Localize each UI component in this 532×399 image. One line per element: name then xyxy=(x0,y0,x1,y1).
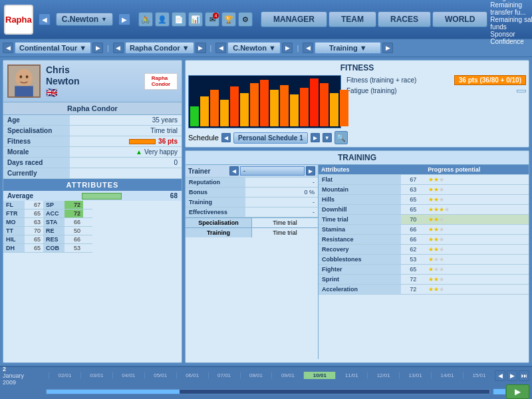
attr-val: 70 xyxy=(25,227,43,235)
age-label: Age xyxy=(3,115,70,126)
date-tick[interactable]: 12/01 xyxy=(367,372,399,379)
section-prev[interactable]: ◀ xyxy=(303,43,313,53)
tour-selector: ◀ Continental Tour ▼ ▶ xyxy=(3,42,103,54)
cyclist-icon[interactable]: 🚴 xyxy=(138,12,153,27)
date-tick[interactable]: 14/01 xyxy=(431,372,463,379)
tour-prev[interactable]: ◀ xyxy=(3,43,13,53)
attr-name: Cobblestones xyxy=(319,255,401,265)
attr-stars: ★★★ xyxy=(425,265,529,275)
tab-team[interactable]: TEAM xyxy=(329,11,376,27)
trainer-next[interactable]: ▶ xyxy=(306,166,315,176)
date-tick[interactable]: 13/01 xyxy=(399,372,431,379)
attr-val: 63 xyxy=(401,185,425,195)
schedule-prev[interactable]: ◀ xyxy=(221,133,231,142)
avg-bar xyxy=(82,193,122,200)
trainer-selector[interactable]: - xyxy=(240,166,305,176)
attr-stars: ★★★ xyxy=(425,215,529,225)
attr-code: ACC xyxy=(43,209,65,217)
player-avatar xyxy=(7,65,41,98)
attr-val: 65 xyxy=(25,244,43,252)
dropdown-arrow-icon: ▼ xyxy=(101,16,107,23)
team-prev[interactable]: ◀ xyxy=(113,43,124,53)
attr-code: SP xyxy=(43,201,65,209)
attr-val: 65 xyxy=(401,205,425,215)
svg-rect-4 xyxy=(15,86,33,96)
alert-icon[interactable]: ✉4 xyxy=(205,12,219,27)
date-tick[interactable]: 09/01 xyxy=(271,372,303,379)
chart-icon[interactable]: 📊 xyxy=(188,12,203,27)
date-tick[interactable]: 11/01 xyxy=(335,372,367,379)
schedule-selector[interactable]: Personal Schedule 1 xyxy=(233,132,308,144)
section-next[interactable]: ▶ xyxy=(382,43,393,53)
attr-row: MO 63 STA 66 xyxy=(3,218,92,227)
magnify-button[interactable]: 🔍 xyxy=(334,131,348,144)
schedule-next[interactable]: ▶ xyxy=(311,133,320,142)
date-tick[interactable]: 15/01 xyxy=(463,372,495,379)
date-tick[interactable]: 02/01 xyxy=(49,372,80,379)
rider-label[interactable]: C.Newton ▼ xyxy=(227,42,281,54)
team-label[interactable]: Rapha Condor ▼ xyxy=(125,42,194,54)
manager-dropdown[interactable]: C.Newton ▼ xyxy=(56,13,113,26)
team-next[interactable]: ▶ xyxy=(196,43,206,53)
table-row: Cobblestones 53 ★★★ xyxy=(319,255,529,265)
date-tick[interactable]: 05/01 xyxy=(144,372,176,379)
date-tick[interactable]: 04/01 xyxy=(112,372,144,379)
date-tick[interactable]: 03/01 xyxy=(80,372,112,379)
trophy-icon[interactable]: 🏆 xyxy=(221,12,236,27)
progress-header: Progress potential xyxy=(425,165,529,175)
budget-box: Budget 416,898 € Remaining transfer fu..… xyxy=(490,0,532,45)
fitness-bar xyxy=(129,139,156,144)
spec-label: Specialisation xyxy=(186,218,252,227)
section-label[interactable]: Training ▼ xyxy=(315,42,381,54)
attr-val: 70 xyxy=(401,215,425,225)
training-section: TRAINING Trainer ◀ - ▶ Reputation- Bonus… xyxy=(185,150,529,363)
settings-icon[interactable]: ⚙ xyxy=(238,12,253,27)
nav-next-arrow[interactable]: ▶ xyxy=(118,13,130,25)
attr-stars: ★★★ xyxy=(425,185,529,195)
date-tick[interactable]: 07/01 xyxy=(208,372,240,379)
advance-button[interactable]: ▶ xyxy=(506,384,529,399)
attr-table: Attributes Progress potential Flat 67 ★★… xyxy=(319,165,529,295)
spec-value: Time trial xyxy=(70,126,182,136)
timeline-next[interactable]: ▶ xyxy=(507,370,517,381)
date-tick[interactable]: 08/01 xyxy=(240,372,272,379)
rider-selector: ◀ C.Newton ▼ ▶ xyxy=(215,42,293,54)
schedule-dropdown[interactable]: ▼ xyxy=(323,133,332,142)
trainer-prev[interactable]: ◀ xyxy=(229,166,239,176)
rider-next[interactable]: ▶ xyxy=(282,43,293,53)
person-icon[interactable]: 👤 xyxy=(155,12,170,27)
date-tick[interactable]: 06/01 xyxy=(176,372,208,379)
separator-2: | xyxy=(210,44,212,52)
tour-next[interactable]: ▶ xyxy=(92,43,103,53)
current-day: 2 xyxy=(3,366,46,372)
attr-code: COB xyxy=(43,244,65,252)
attr-col-left: FL 67 SP 72FTR 65 ACC 72MO 63 STA 66TT 7… xyxy=(3,201,92,253)
tab-world[interactable]: WORLD xyxy=(432,11,487,27)
progress-bar-area xyxy=(46,388,506,395)
attr-val: 53 xyxy=(401,255,425,265)
bonus-label: Bonus xyxy=(186,188,245,198)
progress-thumb[interactable] xyxy=(493,388,506,395)
chart-bar xyxy=(240,93,249,126)
attr-stars: ★★★ xyxy=(425,175,529,185)
attr-avg-row: Average 68 xyxy=(3,191,182,201)
attr-stars: ★★★ xyxy=(425,255,529,265)
rider-prev[interactable]: ◀ xyxy=(215,43,226,53)
tour-label[interactable]: Continental Tour ▼ xyxy=(15,42,91,54)
timeline-end[interactable]: ⏭ xyxy=(519,370,529,381)
attr-row: FTR 65 ACC 72 xyxy=(3,209,92,218)
attr-val: 53 xyxy=(65,244,83,252)
avg-value: 68 xyxy=(170,192,178,200)
timeline-prev[interactable]: ◀ xyxy=(495,370,505,381)
spec-row: Specialisation Time trial xyxy=(186,217,318,227)
attr-name: Resistance xyxy=(319,235,401,245)
date-tick[interactable]: 10/01 xyxy=(303,372,335,379)
attr-code: RE xyxy=(43,227,65,235)
attr-stars: ★★★ xyxy=(425,245,529,255)
document-icon[interactable]: 📄 xyxy=(172,12,186,27)
player-last-name: Newton xyxy=(46,76,139,87)
player-flag: 🇬🇧 xyxy=(46,87,139,98)
tab-manager[interactable]: MANAGER xyxy=(261,11,327,27)
tab-races[interactable]: RACES xyxy=(378,11,431,27)
nav-prev-arrow[interactable]: ◀ xyxy=(39,13,51,25)
